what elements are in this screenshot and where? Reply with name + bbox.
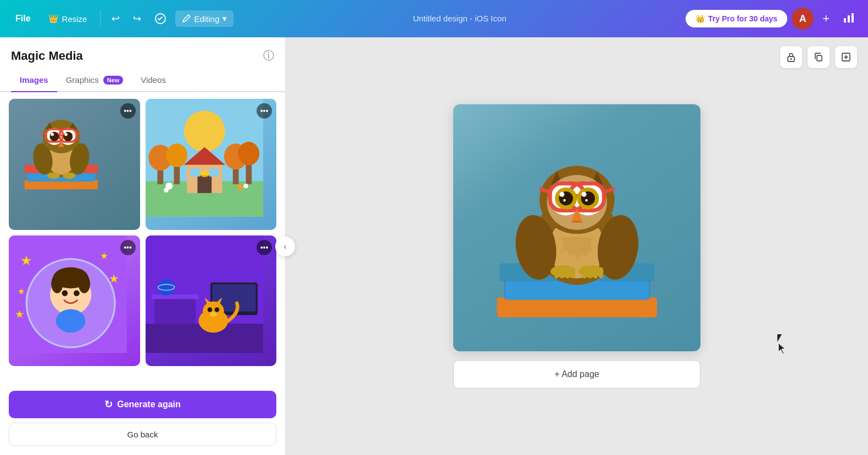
panel-footer: ↻ Generate again Go back — [0, 384, 285, 455]
svg-rect-119 — [582, 267, 586, 278]
tab-graphics[interactable]: Graphics New — [57, 70, 132, 92]
svg-point-62 — [56, 309, 86, 333]
add-frame-button[interactable] — [835, 46, 857, 68]
svg-point-47 — [237, 184, 243, 190]
card-menu-3[interactable]: ••• — [120, 240, 136, 255]
svg-point-34 — [166, 144, 187, 167]
svg-point-48 — [243, 184, 248, 189]
svg-rect-39 — [209, 168, 218, 177]
sync-button[interactable] — [150, 8, 171, 29]
image-grid: ••• — [9, 99, 276, 366]
generate-again-button[interactable]: ↻ Generate again — [9, 391, 276, 418]
svg-rect-114 — [554, 267, 558, 278]
svg-text:★: ★ — [100, 250, 108, 261]
editing-button[interactable]: Editing ▾ — [175, 10, 233, 27]
svg-text:★: ★ — [18, 287, 25, 296]
card-menu-4[interactable]: ••• — [257, 240, 272, 255]
design-card[interactable] — [453, 104, 700, 351]
svg-point-40 — [199, 171, 209, 177]
svg-point-72 — [203, 301, 224, 320]
svg-rect-38 — [190, 168, 199, 177]
cursor — [777, 334, 788, 345]
svg-point-109 — [581, 192, 586, 197]
panel-title: Magic Media — [11, 49, 83, 63]
svg-point-110 — [563, 199, 566, 202]
panel-header: Magic Media ⓘ — [0, 37, 285, 70]
svg-point-58 — [51, 274, 63, 293]
svg-rect-84 — [497, 297, 656, 317]
avatar-button[interactable]: A — [792, 8, 814, 30]
plus-button[interactable]: + — [818, 8, 834, 29]
svg-rect-121 — [593, 267, 597, 279]
main-layout: Magic Media ⓘ Images Graphics New Videos — [0, 37, 868, 455]
redo-button[interactable]: ↪ — [129, 8, 146, 29]
svg-rect-37 — [197, 176, 212, 193]
collapse-panel-button[interactable]: ‹ — [275, 237, 295, 256]
tab-videos[interactable]: Videos — [132, 70, 175, 92]
svg-point-22 — [63, 132, 73, 141]
svg-point-69 — [158, 279, 174, 295]
svg-point-29 — [183, 110, 225, 151]
svg-point-21 — [49, 132, 59, 141]
analytics-button[interactable] — [838, 8, 859, 30]
canvas-area: + Add page — [286, 37, 868, 455]
card-menu-2[interactable]: ••• — [257, 103, 272, 119]
file-button[interactable]: File — [9, 10, 37, 27]
image-card-scene[interactable]: ••• — [146, 99, 277, 230]
svg-point-75 — [207, 307, 212, 312]
svg-point-108 — [559, 192, 564, 197]
app-title: Untitled design - iOS Icon — [238, 14, 681, 24]
copy-button[interactable] — [808, 46, 830, 68]
resize-button[interactable]: 👑 Resize — [42, 10, 94, 27]
info-icon[interactable]: ⓘ — [263, 48, 274, 63]
svg-rect-117 — [571, 267, 575, 278]
svg-point-44 — [238, 142, 259, 165]
crown-icon-pro: 👑 — [695, 14, 705, 23]
design-card-inner — [453, 104, 700, 351]
svg-point-26 — [47, 173, 60, 179]
svg-rect-79 — [791, 58, 792, 60]
card-menu-1[interactable]: ••• — [120, 103, 136, 119]
svg-point-61 — [74, 290, 80, 296]
svg-point-27 — [63, 173, 75, 179]
add-page-button[interactable]: + Add page — [453, 360, 700, 389]
refresh-icon: ↻ — [104, 398, 113, 411]
chevron-down-icon: ▾ — [222, 14, 227, 24]
svg-rect-65 — [151, 294, 198, 299]
svg-rect-1 — [844, 18, 846, 23]
svg-point-111 — [585, 199, 588, 202]
tab-images[interactable]: Images — [11, 70, 57, 92]
svg-point-59 — [79, 274, 90, 293]
svg-rect-116 — [565, 267, 569, 279]
tabs: Images Graphics New Videos — [0, 70, 285, 92]
undo-button[interactable]: ↩ — [107, 8, 124, 29]
svg-rect-120 — [588, 267, 592, 279]
svg-text:★: ★ — [20, 253, 32, 267]
svg-rect-115 — [560, 267, 564, 279]
try-pro-button[interactable]: 👑 Try Pro for 30 days — [686, 10, 787, 27]
svg-point-46 — [164, 188, 169, 193]
left-panel: Magic Media ⓘ Images Graphics New Videos — [0, 37, 286, 455]
navbar: File 👑 Resize ↩ ↪ Editing ▾ Untitled des… — [0, 0, 868, 37]
image-card-room[interactable]: ••• — [146, 235, 277, 367]
svg-point-76 — [214, 307, 219, 312]
canvas-toolbar — [780, 46, 857, 68]
lock-button[interactable] — [780, 46, 802, 68]
image-grid-wrapper: ••• — [0, 92, 285, 384]
image-card-owl[interactable]: ••• — [9, 99, 140, 230]
new-badge: New — [103, 76, 124, 85]
nav-divider — [100, 10, 101, 27]
svg-point-23 — [51, 133, 54, 136]
svg-rect-66 — [154, 299, 196, 323]
svg-rect-2 — [848, 15, 850, 23]
image-card-bubble[interactable]: ★ ★ ★ ★ ★ — [9, 235, 140, 367]
svg-text:★: ★ — [15, 308, 24, 320]
design-card-wrapper: + Add page — [453, 104, 700, 389]
svg-point-77 — [209, 312, 216, 317]
go-back-button[interactable]: Go back — [9, 423, 276, 446]
crown-icon: 👑 — [48, 14, 59, 24]
svg-rect-80 — [817, 55, 822, 61]
svg-rect-122 — [599, 267, 603, 278]
svg-rect-3 — [852, 13, 854, 23]
svg-point-60 — [62, 290, 68, 296]
